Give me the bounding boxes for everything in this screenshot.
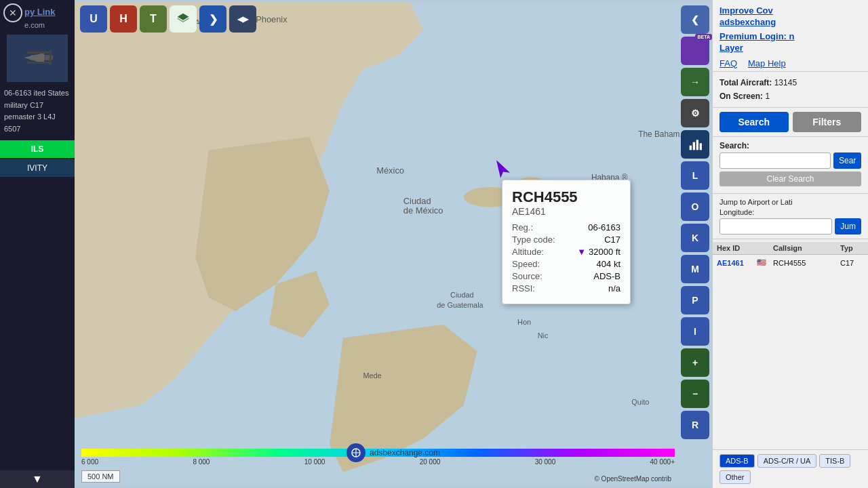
search-input[interactable] [719, 152, 831, 169]
reg-val: 06-6163 [588, 222, 620, 232]
svg-text:Ciudad: Ciudad [450, 291, 473, 299]
clear-search-btn[interactable]: Clear Search [719, 171, 861, 186]
filter-btn-ads-b[interactable]: ADS-B [719, 454, 755, 468]
filters-action-btn[interactable]: Filters [793, 112, 862, 132]
gear-btn[interactable]: ⚙ [681, 99, 709, 127]
rssi-label: RSSI: [512, 283, 535, 293]
close-button[interactable]: ✕ [3, 3, 22, 22]
col-callsign: Callsign [773, 244, 837, 252]
btn-K[interactable]: K [681, 224, 709, 252]
filter-btn-ads-c-r---ua[interactable]: ADS-C/R / UA [757, 454, 817, 468]
svg-marker-32 [492, 157, 510, 178]
stats-btn[interactable] [681, 130, 709, 159]
search-btn[interactable]: Sear [833, 152, 861, 169]
reg-label: Reg.: [512, 222, 533, 232]
scroll-down[interactable]: ▼ [0, 470, 75, 488]
nav-toggle[interactable]: ◀▶ [229, 5, 256, 33]
col-flag [757, 244, 770, 252]
aircraft-silhouette [10, 38, 64, 79]
adsb-text: adsbexchange.com [370, 448, 440, 458]
faq-link[interactable]: FAQ [719, 58, 737, 68]
search-action-btn[interactable]: Search [719, 112, 789, 132]
svg-rect-4 [27, 62, 51, 64]
svg-rect-3 [27, 52, 51, 54]
rs-top: Improve Cov adsbexchang Premium Login: n… [713, 0, 868, 72]
details-button[interactable]: ILS [0, 140, 75, 158]
svg-text:México: México [376, 165, 404, 176]
svg-text:Quito: Quito [631, 398, 649, 406]
popup-source-row: Source: ADS-B [512, 271, 620, 281]
btn-I[interactable]: I [681, 317, 709, 346]
popup-callsign: RCH4555 [512, 188, 620, 206]
type-val: C17 [604, 235, 620, 245]
map-help-link[interactable]: Map Help [748, 58, 786, 68]
filter-btn-other[interactable]: Other [719, 470, 751, 484]
alt-label: Altitude: [512, 247, 544, 257]
btn-h[interactable]: H [110, 5, 137, 33]
filter-buttons: ADS-BADS-C/R / UATIS-BOther [713, 449, 868, 488]
popup-rssi-row: RSSI: n/a [512, 283, 620, 293]
btn-M[interactable]: M [681, 255, 709, 283]
source-val: ADS-B [593, 271, 620, 281]
map-toolbar: U H T ❯ ◀▶ [80, 5, 675, 33]
nav-back-btn[interactable]: ❮ [681, 5, 709, 34]
on-screen: On Screen: 1 [719, 89, 861, 103]
filter-btn-tis-b[interactable]: TIS-B [819, 454, 850, 468]
scale-box: 500 NM [81, 470, 120, 483]
premium-link[interactable]: Premium Login: n Layer [719, 31, 861, 54]
nav-forward[interactable]: ❯ [199, 5, 226, 33]
reg-value: 06-6163 [4, 89, 31, 97]
jump-sub-label: Longitude: [719, 208, 861, 216]
map-right-nav: ❮ BETA → ⚙ L O K M P I + − R [678, 0, 712, 488]
rssi-val: n/a [608, 283, 620, 293]
svg-rect-31 [700, 143, 702, 150]
popup-speed-row: Speed: 404 kt [512, 259, 620, 269]
rs-jump-section: Jump to Airport or Lati Longitude: Jum [713, 194, 868, 239]
type-value: C17 [30, 101, 43, 109]
popup-hex: AE1461 [512, 206, 620, 217]
login-btn[interactable]: → [681, 68, 709, 96]
layer-btn[interactable] [170, 5, 197, 33]
btn-u[interactable]: U [80, 5, 107, 33]
rs-action-buttons: Search Filters [713, 108, 868, 137]
scale-label: 8 000 [193, 458, 210, 466]
aircraft-image [7, 35, 68, 82]
osm-attribution: © OpenStreetMap contrib [594, 475, 671, 483]
btn-O[interactable]: O [681, 192, 709, 221]
alt-value: 6507 [4, 125, 20, 133]
zoom-in-btn[interactable]: + [681, 348, 709, 377]
search-label: Search: [719, 141, 861, 150]
btn-L[interactable]: L [681, 161, 709, 190]
adsb-attribution: adsbexchange.com [347, 443, 440, 462]
improve-link[interactable]: Improve Cov adsbexchang [719, 5, 861, 28]
col-hex: Hex ID [717, 244, 754, 252]
source-label: Source: [512, 271, 542, 281]
activity-button[interactable]: IVITY [0, 159, 75, 177]
speed-val: 404 kt [597, 259, 620, 269]
jump-label: Jump to Airport or Lati [719, 198, 861, 206]
rs-search-section: Search: Sear Clear Search [713, 137, 868, 194]
svg-rect-28 [690, 146, 692, 150]
jump-input[interactable] [719, 218, 832, 235]
td-callsign: RCH4555 [773, 259, 837, 267]
btn-R[interactable]: R [681, 411, 709, 439]
zoom-out-btn[interactable]: − [681, 380, 709, 408]
modes-value: L4J [43, 113, 56, 121]
adsb-logo [347, 443, 366, 462]
btn-P[interactable]: P [681, 286, 709, 314]
table-row[interactable]: AE1461 🇺🇸 RCH4555 C17 [717, 256, 864, 270]
svg-rect-5 [50, 50, 52, 65]
jump-input-row: Jum [719, 218, 861, 235]
scale-label: 10 000 [304, 458, 326, 466]
btn-t[interactable]: T [140, 5, 167, 33]
alt-val: ▼32000 ft [577, 247, 620, 257]
svg-text:Ciudad: Ciudad [403, 196, 431, 206]
rs-links: FAQ Map Help [719, 58, 861, 68]
svg-text:Nic: Nic [538, 331, 549, 340]
jump-btn[interactable]: Jum [835, 218, 861, 235]
right-sidebar: Improve Cov adsbexchang Premium Login: n… [712, 0, 868, 488]
map-area[interactable]: Los Angeles Phoenix México Ciudad de Méx… [75, 0, 712, 488]
operator-value: pemaster 3 [4, 113, 41, 121]
popup-reg-row: Reg.: 06-6163 [512, 222, 620, 232]
aircraft-popup: RCH4555 AE1461 Reg.: 06-6163 Type code: … [502, 180, 631, 304]
